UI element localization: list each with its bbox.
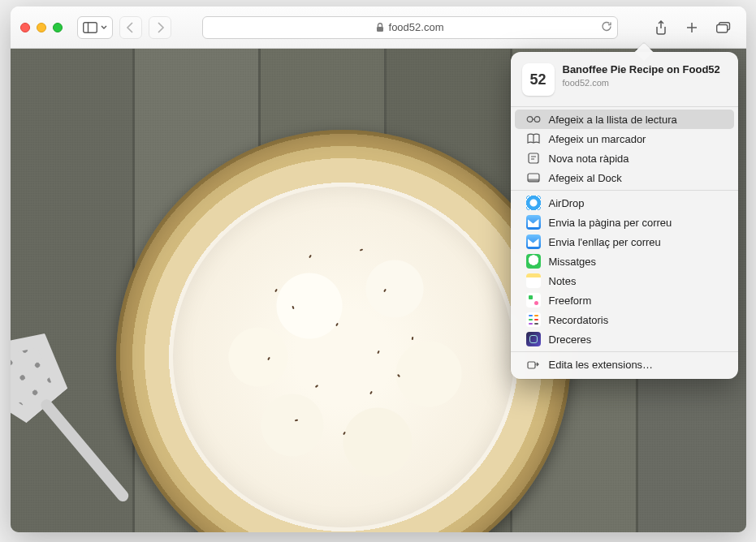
share-title: Banoffee Pie Recipe on Food52 — [563, 63, 720, 76]
svg-rect-4 — [716, 24, 727, 32]
extensions-icon — [526, 357, 541, 372]
share-item-afegeix-al-dock[interactable]: Afegeix al Dock — [515, 168, 734, 187]
dock-icon — [526, 170, 541, 185]
share-item-nova-nota-r-pida[interactable]: Nova nota ràpida — [515, 148, 734, 168]
share-item-label: Afegeix un marcador — [549, 133, 646, 145]
share-item-recordatoris[interactable]: Recordatoris — [515, 310, 734, 329]
share-icon — [654, 20, 667, 35]
window-controls — [20, 23, 63, 32]
minimize-window-button[interactable] — [37, 23, 46, 32]
safari-window: food52.com — [11, 6, 746, 532]
tab-overview-button[interactable] — [711, 16, 737, 39]
share-item-label: Recordatoris — [549, 314, 609, 326]
site-favicon: 52 — [522, 63, 555, 96]
app-airdrop — [526, 196, 541, 210]
url-text: food52.com — [389, 21, 444, 33]
share-item-missatges[interactable]: Missatges — [515, 252, 734, 271]
share-item-label: AirDrop — [549, 197, 585, 209]
share-subtitle: food52.com — [563, 78, 720, 88]
share-header: 52 Banoffee Pie Recipe on Food52 food52.… — [511, 60, 738, 104]
share-popover: 52 Banoffee Pie Recipe on Food52 food52.… — [511, 52, 738, 379]
reload-icon — [601, 20, 612, 32]
address-bar[interactable]: food52.com — [202, 16, 618, 39]
share-item-label: Afegeix al Dock — [549, 172, 622, 184]
share-item-label: Edita les extensions… — [549, 359, 654, 371]
app-messages — [526, 254, 541, 269]
share-button[interactable] — [649, 16, 673, 39]
app-notes — [526, 273, 541, 288]
share-item-label: Missatges — [549, 256, 597, 268]
svg-point-6 — [534, 117, 540, 123]
share-item-freeform[interactable]: Freeform — [515, 290, 734, 310]
share-item-label: Afegeix a la llista de lectura — [549, 114, 677, 126]
svg-rect-9 — [528, 179, 539, 183]
share-item-envia-l-enlla-per-correu[interactable]: Envia l'enllaç per correu — [515, 232, 734, 252]
tabs-icon — [716, 22, 731, 33]
chevron-down-icon — [101, 24, 107, 31]
svg-rect-10 — [528, 362, 535, 368]
share-item-label: Notes — [549, 275, 577, 287]
app-shortcuts — [526, 332, 541, 346]
svg-rect-2 — [377, 27, 383, 32]
reload-button[interactable] — [601, 20, 612, 34]
chevron-left-icon — [126, 22, 136, 33]
share-item-airdrop[interactable]: AirDrop — [515, 193, 734, 213]
sidebar-toggle-button[interactable] — [77, 16, 113, 39]
app-freeform — [526, 293, 541, 308]
glasses-icon — [526, 112, 541, 127]
whipped-cream — [173, 187, 514, 527]
back-button[interactable] — [119, 16, 142, 39]
book-icon — [526, 131, 541, 146]
share-item-label: Freeform — [549, 295, 592, 307]
share-item-edita-les-extensions[interactable]: Edita les extensions… — [515, 355, 734, 374]
svg-rect-0 — [83, 22, 97, 32]
share-item-label: Dreceres — [549, 333, 592, 346]
browser-toolbar: food52.com — [11, 6, 746, 49]
share-item-afegeix-a-la-llista-de-lectura[interactable]: Afegeix a la llista de lectura — [515, 110, 734, 129]
share-item-afegeix-un-marcador[interactable]: Afegeix un marcador — [515, 129, 734, 148]
share-item-label: Envia la pàgina per correu — [549, 217, 672, 229]
share-item-dreceres[interactable]: Dreceres — [515, 329, 734, 349]
share-item-label: Nova nota ràpida — [549, 153, 629, 165]
lock-icon — [376, 23, 384, 32]
app-reminders — [526, 312, 541, 327]
chevron-right-icon — [155, 22, 165, 33]
share-item-notes[interactable]: Notes — [515, 271, 734, 290]
share-item-label: Envia l'enllaç per correu — [549, 236, 661, 248]
app-mail — [526, 234, 541, 249]
close-window-button[interactable] — [20, 23, 30, 32]
new-tab-button[interactable] — [680, 16, 704, 39]
zoom-window-button[interactable] — [53, 23, 63, 32]
plus-icon — [685, 21, 698, 34]
forward-button[interactable] — [149, 16, 171, 39]
note-icon — [526, 151, 541, 166]
svg-rect-7 — [529, 153, 538, 163]
app-mail — [526, 215, 541, 230]
share-item-envia-la-p-gina-per-correu[interactable]: Envia la pàgina per correu — [515, 213, 734, 232]
svg-point-5 — [527, 117, 533, 123]
